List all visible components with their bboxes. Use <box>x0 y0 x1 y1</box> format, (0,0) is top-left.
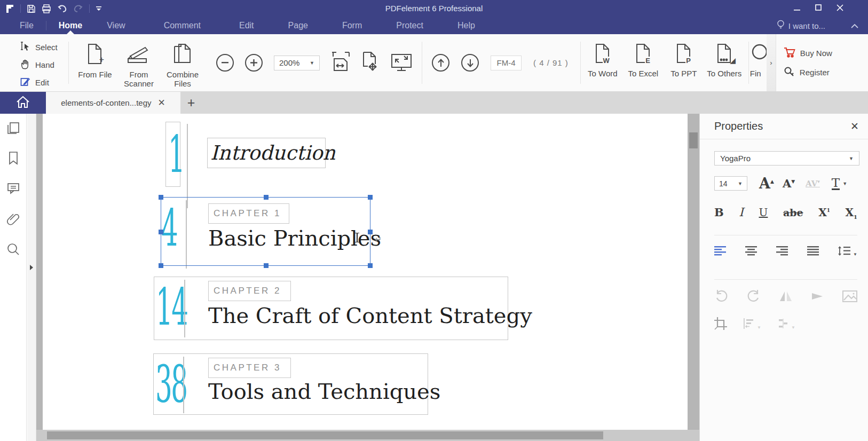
toolbar-overflow-button[interactable]: › <box>767 34 776 91</box>
menu-page[interactable]: Page <box>276 17 320 34</box>
menu-file[interactable]: File <box>7 17 46 34</box>
horizontal-scrollbar[interactable] <box>36 430 699 441</box>
pdf-page[interactable]: 1 Introduction 4 CHAPTER 1 Basic Princip… <box>43 114 688 430</box>
to-excel-button[interactable]: E To Excel <box>624 34 663 91</box>
zoom-out-button[interactable] <box>216 54 234 72</box>
previous-page-button[interactable] <box>432 54 449 72</box>
chapter-2-label-box[interactable]: CHAPTER 2 <box>208 281 291 301</box>
bold-button[interactable]: B <box>714 206 724 219</box>
underline-button[interactable]: U <box>759 206 768 219</box>
search-icon[interactable] <box>6 242 20 256</box>
buy-now-label: Buy Now <box>800 49 832 58</box>
document-plus-icon: + <box>86 43 104 66</box>
maximize-button[interactable] <box>815 0 822 17</box>
from-file-button[interactable]: + From File <box>75 34 115 91</box>
chevron-down-icon[interactable]: ▼ <box>842 181 847 186</box>
menu-form[interactable]: Form <box>330 17 374 34</box>
close-panel-icon[interactable]: ✕ <box>850 120 859 132</box>
page-number-input[interactable]: FM-4 <box>491 56 522 70</box>
selection-handle-ne[interactable] <box>368 195 373 200</box>
close-button[interactable] <box>837 0 843 17</box>
text-color-button[interactable]: T <box>832 177 840 190</box>
zoom-level-select[interactable]: 200% ▼ <box>274 56 320 70</box>
to-word-button[interactable]: W To Word <box>583 34 622 91</box>
font-family-select[interactable]: YogaPro ▼ <box>714 151 859 166</box>
selection-handle-n[interactable] <box>264 195 269 200</box>
hand-tool-button[interactable]: Hand <box>20 59 61 71</box>
toc-page-number-box[interactable]: 1 <box>165 122 180 187</box>
new-tab-button[interactable]: + <box>180 92 202 114</box>
find-magnifier-icon <box>749 55 767 64</box>
zoom-in-button[interactable] <box>245 54 263 72</box>
menu-view[interactable]: View <box>94 17 137 34</box>
collapse-toolbar-button[interactable] <box>851 17 858 34</box>
selection-handle-e[interactable] <box>368 230 373 234</box>
home-tab[interactable] <box>0 92 46 114</box>
menu-edit[interactable]: Edit <box>227 17 266 34</box>
menu-comment[interactable]: Comment <box>152 17 213 34</box>
menu-home[interactable]: Home <box>46 17 94 34</box>
from-scanner-button[interactable]: From Scanner <box>119 34 159 91</box>
align-right-button[interactable] <box>776 246 789 258</box>
line-spacing-button[interactable]: ▼ <box>838 246 857 258</box>
increase-font-size-glyph: A <box>759 175 770 192</box>
find-button[interactable]: Fin <box>749 34 767 91</box>
chapter-3-label-box[interactable]: CHAPTER 3 <box>208 358 291 378</box>
bookmarks-icon[interactable] <box>7 151 20 166</box>
toc-entry-introduction[interactable]: Introduction <box>207 138 326 168</box>
chapter-2-title[interactable]: The Craft of Content Strategy <box>208 303 532 328</box>
to-word-label: To Word <box>588 69 618 78</box>
select-tool-button[interactable]: Select <box>20 41 61 53</box>
register-button[interactable]: Register <box>784 66 868 78</box>
to-ppt-button[interactable]: P To PPT <box>664 34 704 91</box>
italic-button[interactable]: I <box>739 206 744 219</box>
selection-handle-w[interactable] <box>159 230 163 234</box>
selection-handle-nw[interactable] <box>159 195 163 200</box>
align-justify-button[interactable] <box>807 246 820 258</box>
horizontal-scrollbar-thumb[interactable] <box>47 431 603 439</box>
hand-tool-label: Hand <box>35 60 54 69</box>
align-center-button[interactable] <box>745 246 758 258</box>
selection-handle-se[interactable] <box>368 263 373 268</box>
sidebar-splitter[interactable] <box>27 114 36 441</box>
key-icon <box>784 66 795 78</box>
subscript-button[interactable]: X1 <box>845 206 857 220</box>
combine-files-button[interactable]: Combine Files <box>163 34 202 91</box>
fit-page-button[interactable] <box>361 51 380 74</box>
edit-tool-button[interactable]: Edit <box>20 76 61 89</box>
menu-protect[interactable]: Protect <box>384 17 436 34</box>
expand-panel-arrow-icon[interactable] <box>30 265 33 270</box>
text-color-glyph: T <box>832 176 840 190</box>
increase-font-size-button[interactable]: A▲ <box>759 175 774 192</box>
fit-width-button[interactable] <box>331 51 350 74</box>
minimize-button[interactable] <box>794 0 801 17</box>
strikethrough-button[interactable]: abe <box>783 207 803 218</box>
document-viewport[interactable]: 1 Introduction 4 CHAPTER 1 Basic Princip… <box>36 114 699 441</box>
text-block-selection[interactable] <box>161 197 370 266</box>
buy-now-button[interactable]: Buy Now <box>784 47 868 59</box>
save-icon[interactable] <box>27 4 36 13</box>
superscript-button[interactable]: X1 <box>818 206 830 219</box>
next-page-button[interactable] <box>461 54 479 72</box>
fullscreen-button[interactable] <box>391 52 412 73</box>
selection-handle-s[interactable] <box>264 263 269 268</box>
align-left-button[interactable] <box>714 246 727 258</box>
page-thumbnails-icon[interactable] <box>6 121 20 135</box>
comments-icon[interactable] <box>6 182 20 195</box>
customize-quick-access-icon[interactable] <box>96 5 102 12</box>
to-others-button[interactable]: ◢ To Others <box>705 34 744 91</box>
document-tab[interactable]: elements-of-conten...tegy ✕ <box>46 92 180 114</box>
print-icon[interactable] <box>42 4 51 13</box>
undo-icon[interactable] <box>57 5 67 13</box>
menu-help[interactable]: Help <box>445 17 487 34</box>
selection-handle-sw[interactable] <box>159 263 163 268</box>
chapter-3-title[interactable]: Tools and Techniques <box>208 379 440 404</box>
decrease-font-size-glyph: A <box>783 177 791 190</box>
attachments-icon[interactable] <box>6 211 20 226</box>
decrease-font-size-button[interactable]: A▼ <box>783 177 795 190</box>
close-tab-icon[interactable]: ✕ <box>158 97 165 108</box>
font-size-select[interactable]: 14 ▼ <box>714 176 747 191</box>
vertical-scrollbar-thumb[interactable] <box>689 132 698 148</box>
i-want-to-button[interactable]: I want to... <box>777 17 825 34</box>
edit-pencil-icon <box>20 77 30 89</box>
